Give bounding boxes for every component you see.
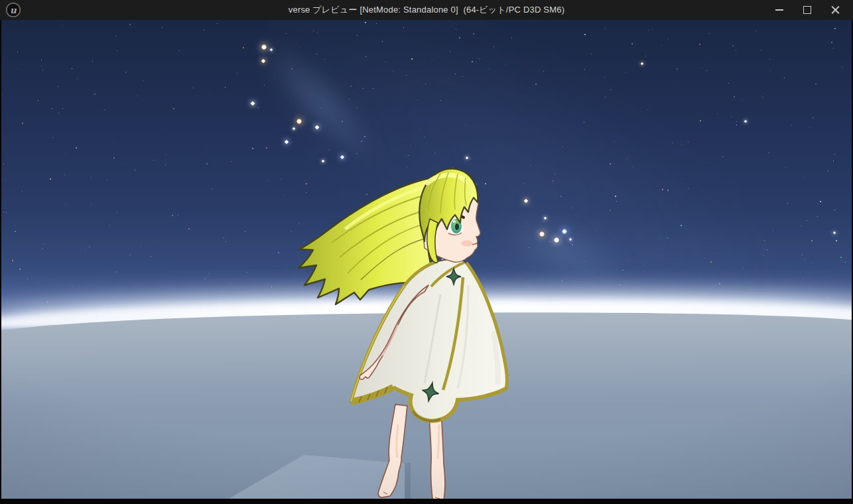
bright-star <box>261 44 267 50</box>
window-controls <box>765 0 849 20</box>
bright-star <box>554 237 559 243</box>
maximize-button[interactable] <box>793 0 821 20</box>
game-viewport[interactable] <box>1 20 852 499</box>
app-window: u verse プレビュー [NetMode: Standalone 0] (6… <box>0 0 853 504</box>
minimize-button[interactable] <box>765 0 793 20</box>
bright-star <box>251 101 255 105</box>
bright-star <box>293 127 295 130</box>
bright-star <box>562 229 567 234</box>
window-frame <box>0 20 853 504</box>
unreal-engine-logo-icon: u <box>5 2 21 18</box>
close-button[interactable] <box>821 0 849 20</box>
bright-star <box>285 140 289 144</box>
character-girl <box>279 159 544 499</box>
bright-star <box>833 231 836 234</box>
svg-text:u: u <box>10 5 17 15</box>
close-icon <box>831 6 840 15</box>
bright-star <box>569 238 572 241</box>
bright-star <box>261 59 265 63</box>
title-bar[interactable]: u verse プレビュー [NetMode: Standalone 0] (6… <box>0 0 853 20</box>
maximize-icon <box>803 6 811 14</box>
bright-star <box>296 119 302 124</box>
blush <box>461 241 473 247</box>
bright-star <box>315 125 319 129</box>
minimize-icon <box>775 9 783 11</box>
window-title: verse プレビュー [NetMode: Standalone 0] (64-… <box>0 0 853 20</box>
bright-star <box>641 62 643 65</box>
bright-star <box>270 48 273 51</box>
bright-star <box>544 217 547 220</box>
bright-star <box>744 120 747 123</box>
